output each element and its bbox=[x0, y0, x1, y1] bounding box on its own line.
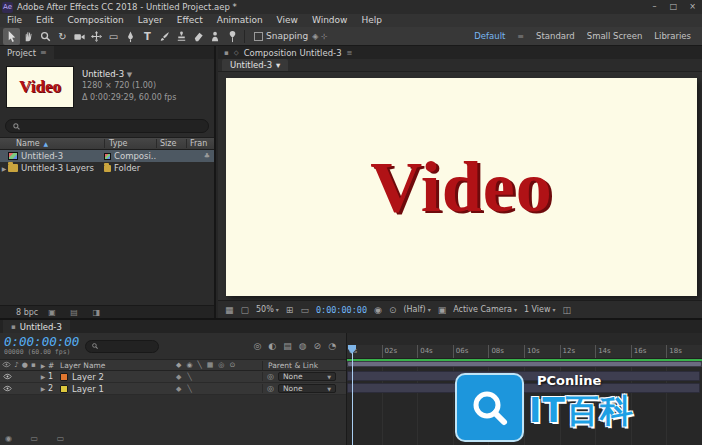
layer-duration-bar[interactable] bbox=[347, 371, 700, 381]
pan-behind-tool-icon[interactable] bbox=[88, 28, 105, 45]
project-footer-icons[interactable]: ▣ ▤ ◨ bbox=[48, 308, 106, 317]
hand-tool-icon[interactable] bbox=[20, 28, 37, 45]
motion-blur-icon[interactable]: ⊘ bbox=[314, 341, 322, 351]
tab-timeline-untitled3[interactable]: ▪ Untitled-3 bbox=[3, 320, 70, 333]
eraser-tool-icon[interactable] bbox=[190, 28, 207, 45]
column-type[interactable]: Type bbox=[104, 139, 156, 148]
column-name[interactable]: Name▲ bbox=[0, 139, 104, 148]
layer-color-swatch[interactable] bbox=[60, 385, 68, 393]
layer-row-2[interactable]: ▶ 2 Layer 1 ◆╲ ◎ None▼ bbox=[0, 383, 346, 395]
close-button[interactable]: × bbox=[683, 0, 702, 14]
hide-shy-layers-icon[interactable]: ▤ bbox=[283, 341, 292, 351]
rotate-tool-icon[interactable]: ↻ bbox=[54, 28, 71, 45]
tab-project[interactable]: Project ≡ bbox=[0, 46, 54, 59]
menu-view[interactable]: View bbox=[270, 14, 305, 27]
frame-blending-icon[interactable]: ◍ bbox=[299, 341, 307, 351]
view-layout-dropdown[interactable]: 1 View▾ bbox=[524, 305, 556, 314]
camera-tool-icon[interactable] bbox=[71, 28, 88, 45]
project-row-untitled3[interactable]: Untitled-3 Composi... ♣ bbox=[0, 150, 214, 162]
graph-editor-icon[interactable]: ◔ bbox=[328, 341, 336, 351]
zoom-tool-icon[interactable] bbox=[37, 28, 54, 45]
menu-help[interactable]: Help bbox=[354, 14, 389, 27]
timeline-ruler[interactable]: 0s 02s 04s 06s 08s 10s 12s 14s 16s 18s bbox=[347, 345, 702, 359]
pickwhip-icon[interactable]: ◎ bbox=[267, 384, 274, 393]
viewer-lock-icon[interactable]: ⬦ bbox=[234, 49, 239, 57]
composition-mini-flowchart-icon[interactable]: ◎ bbox=[254, 341, 262, 351]
roto-brush-tool-icon[interactable] bbox=[207, 28, 224, 45]
column-size[interactable]: Size bbox=[156, 139, 186, 148]
layer-switch-icons[interactable]: ◆╲ bbox=[176, 385, 262, 393]
always-preview-icon[interactable]: ▦ bbox=[225, 305, 234, 315]
video-text-layer[interactable]: Video bbox=[370, 146, 552, 229]
pickwhip-icon[interactable]: ◎ bbox=[267, 372, 274, 381]
workspace-menu-icon[interactable]: ≡ bbox=[517, 32, 524, 41]
panel-menu-icon[interactable]: ≡ bbox=[347, 49, 353, 57]
grid-guides-icon[interactable]: ⊞ bbox=[286, 305, 294, 315]
layer-expand-icon[interactable]: ▶ bbox=[38, 385, 48, 392]
puppet-pin-tool-icon[interactable] bbox=[224, 28, 241, 45]
text-tool-icon[interactable]: T bbox=[139, 28, 156, 45]
maximize-button[interactable]: □ bbox=[664, 0, 683, 14]
current-timecode[interactable]: 0:00:00:00 bbox=[4, 336, 79, 349]
column-number[interactable]: # bbox=[48, 361, 60, 370]
track-lanes[interactable] bbox=[347, 367, 702, 445]
twirl-arrow-icon[interactable]: ▶ bbox=[0, 165, 8, 172]
layer-row-1[interactable]: ▶ 1 Layer 2 ◆╲ ◎ None▼ bbox=[0, 371, 346, 383]
snapping-checkbox[interactable] bbox=[254, 32, 263, 41]
minimize-button[interactable]: – bbox=[645, 0, 664, 14]
layer-duration-bar[interactable] bbox=[347, 383, 700, 393]
column-parent-link[interactable]: Parent & Link bbox=[262, 361, 346, 370]
layer-color-swatch[interactable] bbox=[60, 373, 68, 381]
menu-edit[interactable]: Edit bbox=[29, 14, 60, 27]
eye-icon[interactable] bbox=[3, 385, 12, 392]
project-row-untitled3-layers[interactable]: ▶ Untitled-3 Layers Folder bbox=[0, 162, 214, 174]
parent-dropdown[interactable]: None▼ bbox=[278, 384, 336, 393]
panel-menu-icon[interactable]: ≡ bbox=[40, 48, 47, 57]
work-area-handle[interactable] bbox=[348, 362, 701, 366]
eye-icon[interactable] bbox=[3, 373, 12, 380]
layer-visibility-cell[interactable] bbox=[0, 373, 38, 380]
clone-stamp-tool-icon[interactable] bbox=[173, 28, 190, 45]
project-search-input[interactable] bbox=[5, 119, 209, 133]
layer-visibility-cell[interactable] bbox=[0, 385, 38, 392]
bit-depth-label[interactable]: 8 bpc bbox=[16, 308, 38, 317]
workspace-small-screen[interactable]: Small Screen bbox=[587, 31, 643, 41]
resolution-dropdown[interactable]: (Half)▾ bbox=[403, 305, 430, 314]
pixel-aspect-icon[interactable]: ◫ bbox=[563, 305, 572, 315]
menu-composition[interactable]: Composition bbox=[61, 14, 131, 27]
timecode-block[interactable]: 0:00:00:00 00000 (60.00 fps) bbox=[4, 336, 79, 357]
workspace-default[interactable]: Default bbox=[474, 31, 505, 41]
brush-tool-icon[interactable] bbox=[156, 28, 173, 45]
viewer-tab-untitled3[interactable]: Untitled-3 ▾ bbox=[222, 59, 288, 71]
parent-dropdown[interactable]: None▼ bbox=[278, 372, 336, 381]
layer-name[interactable]: Layer 1 bbox=[72, 384, 176, 394]
column-frame[interactable]: Fran bbox=[186, 139, 214, 148]
snapshot-icon[interactable]: ◉ bbox=[374, 305, 382, 315]
timeline-toggle-icons[interactable]: ◉ ▭ ▭ bbox=[5, 434, 72, 443]
magnification-icon[interactable]: ▢ bbox=[241, 305, 250, 315]
mask-visibility-icon[interactable]: ▭ bbox=[300, 305, 309, 315]
layer-expand-icon[interactable]: ▶ bbox=[38, 373, 48, 380]
draft-3d-icon[interactable]: ◐ bbox=[268, 341, 276, 351]
viewer-tab-menu-icon[interactable]: ▾ bbox=[276, 60, 280, 70]
zoom-dropdown[interactable]: 50%▾ bbox=[256, 305, 279, 314]
menu-file[interactable]: File bbox=[0, 14, 29, 27]
pen-tool-icon[interactable] bbox=[122, 28, 139, 45]
workspace-standard[interactable]: Standard bbox=[536, 31, 575, 41]
selection-tool-icon[interactable] bbox=[3, 28, 20, 45]
menu-window[interactable]: Window bbox=[305, 14, 355, 27]
mask-shape-tool-icon[interactable]: ▭ bbox=[105, 28, 122, 45]
tab-composition[interactable]: Composition Untitled-3 bbox=[244, 48, 342, 58]
menu-layer[interactable]: Layer bbox=[131, 14, 170, 27]
timeline-view-icons[interactable]: ◎ ◐ ▤ ◍ ⊘ ◔ bbox=[254, 341, 343, 351]
menu-animation[interactable]: Animation bbox=[210, 14, 270, 27]
composition-canvas[interactable]: Video bbox=[226, 78, 697, 296]
workspace-libraries[interactable]: Libraries bbox=[654, 31, 691, 41]
timeline-search-input[interactable] bbox=[85, 340, 159, 353]
layer-switch-icons[interactable]: ◆╲ bbox=[176, 373, 262, 381]
snapping-options-icons[interactable]: ◈ ⊹ bbox=[312, 32, 327, 41]
menu-effect[interactable]: Effect bbox=[170, 14, 210, 27]
playhead[interactable] bbox=[348, 345, 357, 445]
column-layer-name[interactable]: Layer Name bbox=[60, 361, 176, 370]
layer-name[interactable]: Layer 2 bbox=[72, 372, 176, 382]
